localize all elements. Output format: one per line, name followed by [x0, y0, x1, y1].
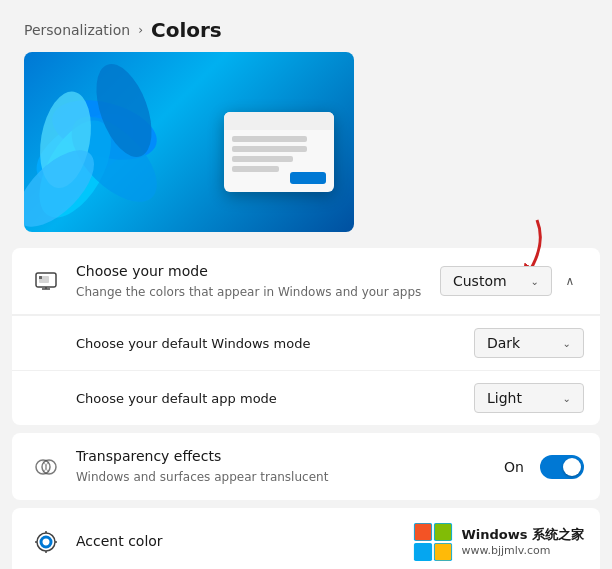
- svg-point-16: [41, 537, 51, 547]
- wallpaper-flower-svg: [24, 52, 224, 232]
- watermark-area: Windows 系统之家 www.bjjmlv.com: [413, 522, 584, 562]
- accent-title: Accent color: [76, 532, 413, 552]
- transparency-subtitle: Windows and surfaces appear translucent: [76, 469, 504, 486]
- transparency-text: Transparency effects Windows and surface…: [76, 447, 504, 485]
- preview-line-4: [232, 166, 279, 172]
- svg-rect-12: [39, 276, 42, 279]
- breadcrumb-current: Colors: [151, 18, 222, 42]
- mode-icon: [28, 263, 64, 299]
- preview-window-titlebar: [224, 112, 334, 130]
- transparency-icon: [28, 449, 64, 485]
- accent-text: Accent color: [76, 532, 413, 552]
- windows-mode-row: Choose your default Windows mode Dark ⌄: [12, 315, 600, 370]
- accent-icon: [28, 524, 64, 560]
- choose-mode-control: Custom ⌄ ∧: [440, 266, 584, 296]
- app-mode-control: Light ⌄: [474, 383, 584, 413]
- watermark-text-block: Windows 系统之家 www.bjjmlv.com: [461, 526, 584, 557]
- transparency-toggle[interactable]: [540, 455, 584, 479]
- app-mode-row: Choose your default app mode Light ⌄: [12, 370, 600, 425]
- choose-mode-title: Choose your mode: [76, 262, 440, 282]
- transparency-status: On: [504, 459, 524, 475]
- transparency-row: Transparency effects Windows and surface…: [12, 433, 600, 499]
- choose-mode-text: Choose your mode Change the colors that …: [76, 262, 440, 300]
- breadcrumb-separator: ›: [138, 23, 143, 37]
- transparency-control: On: [504, 455, 584, 479]
- choose-mode-expand[interactable]: ∧: [556, 267, 584, 295]
- mode-section: Choose your mode Change the colors that …: [12, 248, 600, 425]
- choose-mode-value: Custom: [453, 273, 507, 289]
- svg-rect-28: [435, 544, 451, 560]
- choose-mode-chevron: ⌄: [531, 276, 539, 287]
- windows-mode-dropdown[interactable]: Dark ⌄: [474, 328, 584, 358]
- preview-window-content: [224, 130, 334, 178]
- transparency-section: Transparency effects Windows and surface…: [12, 433, 600, 499]
- accent-section: Accent color Windows 系统之家 www.bjjml: [12, 508, 600, 569]
- preview-window: [224, 112, 334, 192]
- breadcrumb-parent[interactable]: Personalization: [24, 22, 130, 38]
- svg-rect-25: [415, 524, 431, 540]
- toggle-thumb: [563, 458, 581, 476]
- watermark-url: www.bjjmlv.com: [461, 544, 584, 557]
- preview-line-3: [232, 156, 293, 162]
- page-container: Personalization › Colors: [0, 0, 612, 569]
- preview-button: [290, 172, 326, 184]
- preview-line-1: [232, 136, 307, 142]
- header: Personalization › Colors: [0, 0, 612, 52]
- watermark-site: Windows 系统之家: [461, 526, 584, 544]
- windows-logo-icon: [413, 522, 453, 562]
- app-mode-text: Choose your default app mode: [76, 391, 474, 406]
- windows-mode-chevron: ⌄: [563, 338, 571, 349]
- windows-mode-control: Dark ⌄: [474, 328, 584, 358]
- transparency-title: Transparency effects: [76, 447, 504, 467]
- windows-mode-value: Dark: [487, 335, 520, 351]
- app-mode-chevron: ⌄: [563, 393, 571, 404]
- svg-rect-26: [435, 524, 451, 540]
- choose-mode-dropdown[interactable]: Custom ⌄: [440, 266, 552, 296]
- preview-line-2: [232, 146, 307, 152]
- app-mode-value: Light: [487, 390, 522, 406]
- windows-mode-text: Choose your default Windows mode: [76, 336, 474, 351]
- choose-mode-row: Choose your mode Change the colors that …: [12, 248, 600, 315]
- svg-rect-27: [415, 544, 431, 560]
- preview-image: [24, 52, 354, 232]
- accent-row: Accent color Windows 系统之家 www.bjjml: [12, 508, 600, 569]
- app-mode-dropdown[interactable]: Light ⌄: [474, 383, 584, 413]
- choose-mode-subtitle: Change the colors that appear in Windows…: [76, 284, 440, 301]
- preview-section: [0, 52, 612, 248]
